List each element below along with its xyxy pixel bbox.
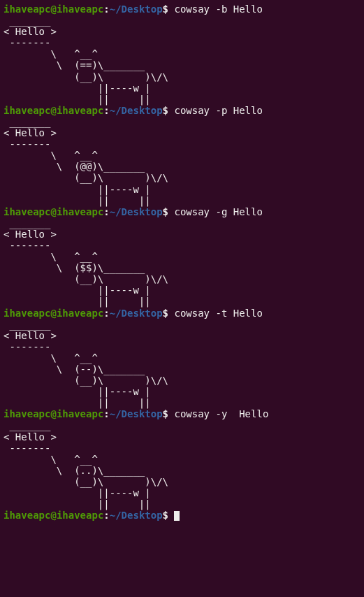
prompt-user: ihaveapc — [3, 3, 50, 15]
shell-prompt: ihaveapc@ihaveapc:~/Desktop$ — [3, 408, 168, 419]
prompt-dollar: $ — [163, 408, 168, 419]
command-line: ihaveapc@ihaveapc:~/Desktop$ cowsay -t H… — [3, 308, 361, 319]
command-output: _______ < Hello > ------- \ ^__^ \ ($$)\… — [3, 217, 361, 308]
command-text: cowsay -g Hello — [168, 206, 263, 217]
prompt-at: @ — [50, 408, 56, 419]
prompt-user: ihaveapc — [3, 408, 50, 419]
prompt-at: @ — [50, 105, 56, 116]
prompt-host: ihaveapc — [57, 206, 103, 217]
prompt-at: @ — [50, 3, 56, 15]
prompt-user: ihaveapc — [3, 510, 50, 521]
prompt-colon: : — [103, 408, 109, 419]
prompt-path: ~/Desktop — [110, 3, 163, 15]
prompt-dollar: $ — [163, 510, 168, 521]
command-text: cowsay -p Hello — [168, 105, 263, 116]
command-line: ihaveapc@ihaveapc:~/Desktop$ cowsay -y H… — [3, 408, 361, 419]
prompt-dollar: $ — [163, 3, 168, 15]
command-output: _______ < Hello > ------- \ ^__^ \ (--)\… — [3, 319, 361, 409]
command-output: _______ < Hello > ------- \ ^__^ \ (==)\… — [3, 15, 361, 105]
prompt-host: ihaveapc — [57, 308, 103, 319]
prompt-path: ~/Desktop — [110, 105, 163, 116]
prompt-host: ihaveapc — [57, 408, 103, 419]
prompt-host: ihaveapc — [57, 510, 103, 521]
prompt-path: ~/Desktop — [110, 510, 163, 521]
command-input[interactable] — [168, 510, 174, 521]
prompt-at: @ — [50, 206, 56, 217]
prompt-at: @ — [50, 308, 56, 319]
prompt-dollar: $ — [163, 308, 168, 319]
prompt-dollar: $ — [163, 105, 168, 116]
prompt-dollar: $ — [163, 206, 168, 217]
prompt-colon: : — [103, 308, 109, 319]
shell-prompt: ihaveapc@ihaveapc:~/Desktop$ — [3, 510, 168, 521]
prompt-user: ihaveapc — [3, 206, 50, 217]
command-text: cowsay -b Hello — [168, 3, 263, 15]
shell-prompt: ihaveapc@ihaveapc:~/Desktop$ — [3, 105, 168, 116]
command-text: cowsay -t Hello — [168, 308, 263, 319]
command-output: _______ < Hello > ------- \ ^__^ \ (@@)\… — [3, 116, 361, 206]
cursor — [174, 511, 180, 521]
command-line: ihaveapc@ihaveapc:~/Desktop$ cowsay -g H… — [3, 206, 361, 217]
shell-prompt: ihaveapc@ihaveapc:~/Desktop$ — [3, 3, 168, 15]
prompt-user: ihaveapc — [3, 308, 50, 319]
terminal-output[interactable]: ihaveapc@ihaveapc:~/Desktop$ cowsay -b H… — [3, 3, 361, 521]
prompt-path: ~/Desktop — [110, 408, 163, 419]
shell-prompt: ihaveapc@ihaveapc:~/Desktop$ — [3, 308, 168, 319]
prompt-colon: : — [103, 3, 109, 15]
command-line-active[interactable]: ihaveapc@ihaveapc:~/Desktop$ — [3, 510, 361, 521]
command-output: _______ < Hello > ------- \ ^__^ \ (..)\… — [3, 419, 361, 510]
command-text: cowsay -y Hello — [168, 408, 268, 419]
prompt-path: ~/Desktop — [110, 206, 163, 217]
command-line: ihaveapc@ihaveapc:~/Desktop$ cowsay -p H… — [3, 105, 361, 116]
shell-prompt: ihaveapc@ihaveapc:~/Desktop$ — [3, 206, 168, 217]
prompt-colon: : — [103, 206, 109, 217]
command-line: ihaveapc@ihaveapc:~/Desktop$ cowsay -b H… — [3, 3, 361, 15]
prompt-host: ihaveapc — [57, 105, 103, 116]
prompt-host: ihaveapc — [57, 3, 103, 15]
prompt-path: ~/Desktop — [110, 308, 163, 319]
prompt-user: ihaveapc — [3, 105, 50, 116]
prompt-colon: : — [103, 510, 109, 521]
prompt-at: @ — [50, 510, 56, 521]
prompt-colon: : — [103, 105, 109, 116]
